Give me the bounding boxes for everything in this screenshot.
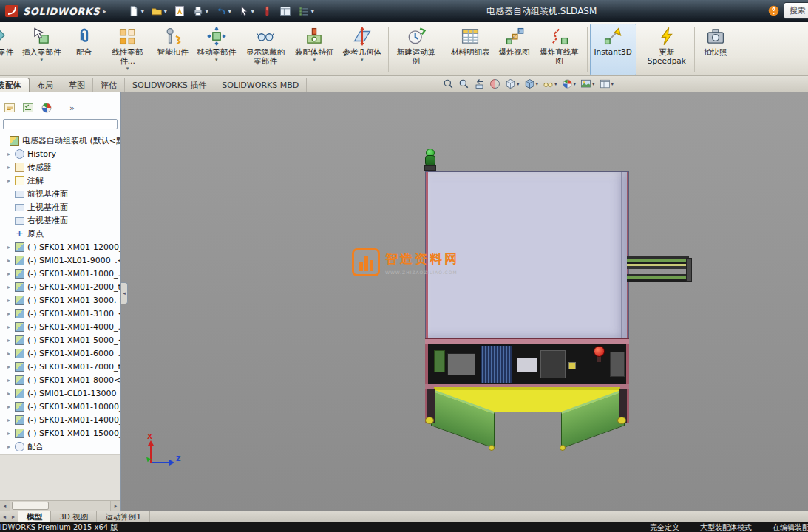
expand-arrow-icon[interactable]: ▸ [7, 270, 15, 277]
model-conveyor-rail[interactable] [627, 256, 689, 284]
dropdown-arrow-icon[interactable]: ▾ [126, 66, 129, 72]
search-box[interactable] [784, 2, 808, 19]
tree-item-22[interactable]: ▸(-) SFK01-XM01-15000_S [0, 426, 120, 440]
tree-item-7[interactable]: +原点 [0, 227, 120, 240]
tree-item-23[interactable]: ▸配合 [0, 440, 120, 453]
tree-item-10[interactable]: ▸(-) SFK01-XM01-1000_.<1 [0, 267, 120, 280]
ribbon-button-linear-component-pattern[interactable]: 线性零部件...▾ [103, 24, 153, 75]
scroll-right-icon[interactable]: ▸ [110, 501, 120, 511]
expand-arrow-icon[interactable]: ▸ [7, 417, 15, 423]
tree-item-15[interactable]: ▸(-) SFK01-XM01-5000_<1 [0, 333, 120, 347]
tree-item-0[interactable]: 电感器自动组装机 (默认<默认 [0, 134, 120, 147]
tree-filter-box[interactable] [3, 119, 118, 129]
expand-arrow-icon[interactable]: ▸ [7, 297, 15, 304]
select-button[interactable]: ▾ [236, 4, 257, 18]
tree-item-1[interactable]: ▸History [0, 147, 120, 160]
tree-item-13[interactable]: ▸(-) SFK01-XM01-3100_<1 [0, 307, 120, 320]
document-tab-0[interactable]: 模型 [18, 511, 51, 522]
tree-item-14[interactable]: ▸(-) SFK01-XM01-4000_.<1 [0, 320, 120, 333]
section-view-button[interactable] [489, 78, 501, 90]
tree-item-11[interactable]: ▸(-) SFK01-XM01-2000_tc< [0, 280, 120, 293]
print-button[interactable]: ▾ [190, 4, 211, 18]
tree-item-2[interactable]: ▸传感器 [0, 160, 120, 174]
document-tab-1[interactable]: 3D 视图 [51, 511, 97, 522]
tree-item-17[interactable]: ▸(-) SFK01-XM01-7000_tc< [0, 360, 120, 373]
dropdown-arrow-icon[interactable]: ▾ [141, 8, 144, 15]
model-frame-beam-upper[interactable] [425, 338, 629, 344]
document-tab-2[interactable]: 运动算例1 [97, 511, 150, 522]
apply-scene-button[interactable]: ▾ [580, 78, 596, 90]
expand-arrow-icon[interactable]: ▸ [7, 244, 15, 250]
command-tab-4[interactable]: SOLIDWORKS 插件 [125, 78, 214, 92]
featuremanager-tree-tab[interactable] [4, 102, 16, 114]
new-document-button[interactable]: ▾ [126, 4, 146, 18]
tree-item-21[interactable]: ▸(-) SFK01-XM01-14000_.< [0, 413, 120, 426]
ribbon-button-instant3d[interactable]: Instant3D [590, 24, 636, 75]
command-options-button[interactable]: ▾ [296, 4, 316, 18]
tree-item-8[interactable]: ▸(-) SFK01-XM01-12000_.< [0, 240, 120, 253]
view-settings-button[interactable]: ▾ [599, 78, 615, 90]
propertymanager-tab[interactable] [22, 102, 34, 114]
dropdown-arrow-icon[interactable]: ▾ [164, 8, 167, 15]
tree-item-9[interactable]: ▸(-) SMI01-XL01-9000_.<1 [0, 253, 120, 267]
zoom-to-area-button[interactable] [458, 78, 470, 90]
scroll-left-icon[interactable]: ◂ [0, 501, 10, 511]
ribbon-button-smart-fasteners[interactable]: 智能扣件 [153, 24, 193, 75]
ribbon-button-new-motion-study[interactable]: 新建运动算例 [391, 24, 441, 75]
ribbon-button-reference-geometry[interactable]: 参考几何体▾ [339, 24, 387, 75]
undo-button[interactable]: ▾ [213, 4, 234, 18]
view-orientation-button[interactable]: ▾ [504, 78, 520, 90]
expand-arrow-icon[interactable]: ▸ [7, 364, 15, 370]
tree-item-16[interactable]: ▸(-) SFK01-XM01-6000_.<1 [0, 347, 120, 360]
hide-show-items-button[interactable]: ▾ [542, 78, 558, 90]
tree-item-20[interactable]: ▸(-) SFK01-XM01-10000_.< [0, 400, 120, 413]
model-left-foot[interactable] [425, 417, 434, 424]
tree-item-12[interactable]: ▸(-) SFK01-XM01-3000.-SD [0, 293, 120, 307]
search-input[interactable] [788, 5, 808, 16]
expand-arrow-icon[interactable]: ▸ [7, 284, 15, 290]
ribbon-button-bill-of-materials[interactable]: 材料明细表 [447, 24, 495, 75]
dropdown-arrow-icon[interactable]: ▾ [574, 81, 577, 87]
command-tab-1[interactable]: 布局 [30, 78, 61, 92]
graphics-area[interactable]: ◂ [121, 92, 808, 511]
dropdown-arrow-icon[interactable]: ▾ [215, 57, 218, 63]
ribbon-button-assembly-features[interactable]: 装配体特征▾ [291, 24, 339, 75]
model-right-foot[interactable] [617, 417, 626, 424]
expand-arrow-icon[interactable]: ▸ [7, 443, 15, 450]
ribbon-button-mate[interactable]: 配合 [66, 24, 103, 75]
display-style-button[interactable]: ▾ [523, 78, 540, 90]
tree-item-5[interactable]: 上视基准面 [0, 200, 120, 214]
expand-arrow-icon[interactable]: ▸ [7, 377, 15, 383]
zoom-to-fit-button[interactable] [442, 78, 455, 90]
ribbon-button-take-snapshot[interactable]: 拍快照 [697, 24, 734, 75]
model-machine-bay[interactable] [425, 344, 629, 384]
help-icon[interactable] [767, 4, 780, 17]
expand-arrow-icon[interactable]: ▸ [7, 177, 15, 184]
tree-item-3[interactable]: ▸注解 [0, 174, 120, 187]
tree-item-4[interactable]: 前视基准面 [0, 187, 120, 200]
expand-arrow-icon[interactable]: ▸ [7, 151, 15, 157]
command-tab-3[interactable]: 评估 [93, 78, 125, 92]
dropdown-arrow-icon[interactable]: ▾ [611, 81, 614, 87]
expand-arrow-icon[interactable]: ▸ [7, 430, 15, 437]
dropdown-arrow-icon[interactable]: ▾ [554, 81, 557, 87]
dropdown-arrow-icon[interactable]: ▾ [206, 8, 208, 15]
dropdown-arrow-icon[interactable]: ▾ [40, 57, 43, 63]
ribbon-button-update-speedpak[interactable]: 更新 Speedpak [642, 24, 692, 75]
tab-scroll-right-icon[interactable]: ▸ [9, 514, 18, 520]
dropdown-arrow-icon[interactable]: ▾ [592, 81, 595, 87]
ribbon-button-edit-component[interactable]: 编辑零件 [0, 24, 18, 75]
expand-arrow-icon[interactable]: ▸ [7, 390, 15, 397]
dropdown-arrow-icon[interactable]: ▾ [536, 81, 539, 87]
panel-overflow-chevron[interactable]: » [69, 103, 75, 113]
expand-arrow-icon[interactable]: ▸ [7, 350, 15, 357]
expand-arrow-icon[interactable]: ▸ [7, 337, 15, 344]
dropdown-arrow-icon[interactable]: ▾ [311, 8, 314, 15]
dropdown-arrow-icon[interactable]: ▾ [361, 57, 364, 63]
command-tab-2[interactable]: 草图 [61, 78, 93, 92]
ribbon-button-explode-line-sketch[interactable]: 爆炸直线草图 [534, 24, 585, 75]
panel-horizontal-scrollbar[interactable]: ◂ ▸ [0, 500, 120, 511]
tab-scroll-left-icon[interactable]: ◂ [0, 514, 9, 520]
dropdown-arrow-icon[interactable]: ▾ [517, 81, 520, 87]
expand-arrow-icon[interactable]: ▸ [7, 403, 15, 410]
